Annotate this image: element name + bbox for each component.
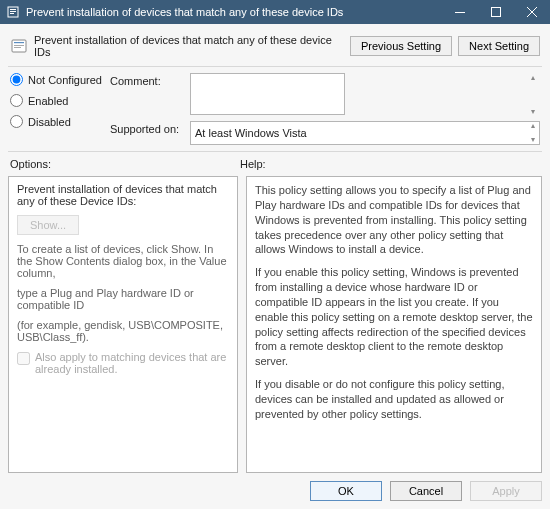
next-setting-button[interactable]: Next Setting xyxy=(458,36,540,56)
chevron-up-icon: ▴ xyxy=(526,121,540,131)
options-hint-1: To create a list of devices, click Show.… xyxy=(17,243,229,279)
help-panel: This policy setting allows you to specif… xyxy=(246,176,542,473)
cancel-button[interactable]: Cancel xyxy=(390,481,462,501)
svg-rect-10 xyxy=(14,45,24,46)
help-paragraph-2: If you enable this policy setting, Windo… xyxy=(255,265,533,369)
radio-not-configured-label: Not Configured xyxy=(28,74,102,86)
svg-rect-3 xyxy=(10,13,14,14)
state-radio-group: Not Configured Enabled Disabled xyxy=(10,73,110,145)
supported-scrollbar[interactable]: ▴▾ xyxy=(526,121,540,145)
options-title: Prevent installation of devices that mat… xyxy=(17,183,229,207)
also-apply-checkbox[interactable]: Also apply to matching devices that are … xyxy=(17,351,229,375)
options-hint-3: (for example, gendisk, USB\COMPOSITE, US… xyxy=(17,319,229,343)
svg-rect-2 xyxy=(10,11,16,12)
chevron-down-icon: ▾ xyxy=(526,135,540,145)
radio-disabled[interactable]: Disabled xyxy=(10,115,110,128)
radio-not-configured[interactable]: Not Configured xyxy=(10,73,110,86)
also-apply-label: Also apply to matching devices that are … xyxy=(35,351,229,375)
comment-label: Comment: xyxy=(110,73,190,87)
radio-enabled-input[interactable] xyxy=(10,94,23,107)
supported-on-label: Supported on: xyxy=(110,121,190,135)
window-title: Prevent installation of devices that mat… xyxy=(26,6,442,18)
svg-rect-4 xyxy=(455,12,465,13)
maximize-button[interactable] xyxy=(478,0,514,24)
radio-not-configured-input[interactable] xyxy=(10,73,23,86)
policy-header: Prevent installation of devices that mat… xyxy=(8,30,542,67)
radio-enabled[interactable]: Enabled xyxy=(10,94,110,107)
radio-disabled-label: Disabled xyxy=(28,116,71,128)
comment-input[interactable] xyxy=(190,73,345,115)
options-panel: Prevent installation of devices that mat… xyxy=(8,176,238,473)
chevron-down-icon: ▾ xyxy=(526,107,540,117)
svg-rect-9 xyxy=(14,42,24,43)
radio-enabled-label: Enabled xyxy=(28,95,68,107)
dialog-footer: OK Cancel Apply xyxy=(8,473,542,501)
apply-button[interactable]: Apply xyxy=(470,481,542,501)
ok-button[interactable]: OK xyxy=(310,481,382,501)
chevron-up-icon: ▴ xyxy=(526,73,540,83)
help-paragraph-1: This policy setting allows you to specif… xyxy=(255,183,533,257)
also-apply-checkbox-input[interactable] xyxy=(17,352,30,365)
policy-title: Prevent installation of devices that mat… xyxy=(34,34,344,58)
supported-on-value: At least Windows Vista xyxy=(190,121,540,145)
options-hint-2: type a Plug and Play hardware ID or comp… xyxy=(17,287,229,311)
titlebar: Prevent installation of devices that mat… xyxy=(0,0,550,24)
close-button[interactable] xyxy=(514,0,550,24)
svg-rect-11 xyxy=(14,47,21,48)
show-button[interactable]: Show... xyxy=(17,215,79,235)
radio-disabled-input[interactable] xyxy=(10,115,23,128)
minimize-button[interactable] xyxy=(442,0,478,24)
app-icon xyxy=(6,5,20,19)
options-heading: Options: xyxy=(10,158,240,170)
previous-setting-button[interactable]: Previous Setting xyxy=(350,36,452,56)
svg-rect-1 xyxy=(10,9,16,10)
policy-icon xyxy=(10,37,28,55)
help-heading: Help: xyxy=(240,158,540,170)
svg-rect-5 xyxy=(492,8,501,17)
help-paragraph-3: If you disable or do not configure this … xyxy=(255,377,533,422)
comment-scrollbar[interactable]: ▴▾ xyxy=(526,73,540,117)
